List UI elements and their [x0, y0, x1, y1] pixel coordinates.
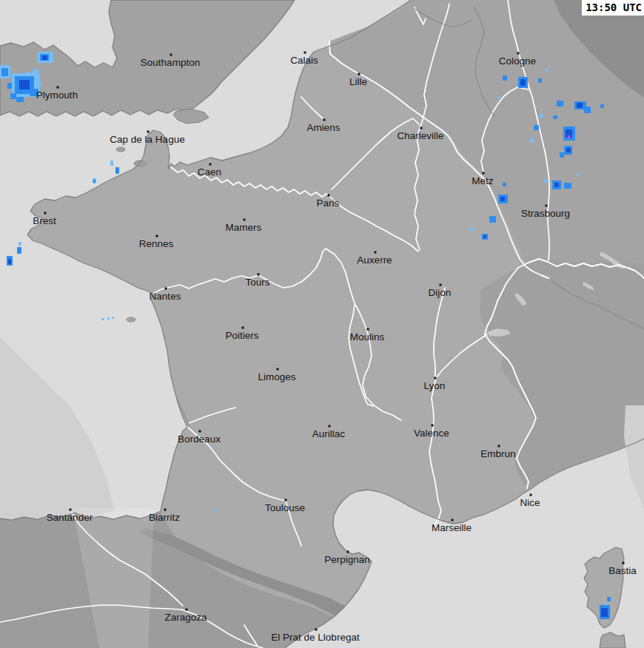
city-label: Aurillac: [312, 428, 346, 439]
city-dot: [156, 235, 158, 237]
city-label: Calais: [290, 55, 318, 66]
precip-cell: [33, 69, 38, 73]
city-label: Santander: [47, 512, 93, 523]
city-dot: [623, 562, 625, 564]
city-dot: [277, 368, 279, 371]
city-dot: [517, 53, 520, 55]
city-dot: [209, 163, 212, 166]
city-label: Bastia: [608, 565, 637, 576]
precip-cell: [112, 317, 114, 319]
city-dot: [328, 195, 330, 197]
city-label: Amiens: [306, 122, 340, 133]
city-dot: [242, 327, 244, 329]
precip-cell: [568, 135, 570, 138]
precip-cell: [520, 79, 526, 86]
city-label: Charleville: [397, 130, 443, 141]
precip-cell: [16, 97, 24, 102]
precip-cell: [503, 183, 506, 186]
city-dot: [358, 73, 360, 75]
city-label: Bordeaux: [178, 433, 221, 445]
precip-cell: [213, 510, 216, 512]
belle-ile-island: [127, 317, 135, 322]
weather-radar-map-svg: SouthamptonPlymouthCalaisLilleCologneAmi…: [0, 0, 644, 648]
precip-cell: [553, 115, 557, 119]
city-dot: [285, 499, 287, 502]
precip-cell: [17, 247, 21, 254]
city-label: Caen: [198, 166, 221, 178]
precip-cell: [10, 93, 16, 99]
city-dot: [199, 431, 201, 433]
city-label: Dijon: [429, 287, 452, 298]
city-dot: [367, 328, 369, 331]
precip-cell: [557, 101, 563, 107]
city-dot: [420, 127, 423, 129]
precip-cell: [600, 104, 604, 108]
precip-cell: [26, 72, 30, 75]
city-label: Moulins: [350, 331, 385, 342]
precip-cell: [607, 597, 611, 601]
city-label: Perpignan: [324, 554, 370, 565]
city-dot: [432, 425, 434, 427]
city-dot: [70, 509, 72, 511]
city-label: Nantes: [150, 291, 181, 302]
city-dot: [329, 425, 331, 428]
city-dot: [304, 52, 306, 54]
city-dot: [315, 629, 318, 631]
city-label: Paris: [317, 198, 340, 209]
city-dot: [440, 284, 442, 286]
city-dot: [498, 445, 500, 448]
city-label: Valence: [414, 428, 449, 439]
precip-cell: [540, 114, 543, 118]
city-dot: [170, 54, 172, 56]
city-label: Southampton: [141, 57, 200, 68]
precip-cell: [564, 183, 571, 189]
city-dot: [435, 377, 437, 379]
precip-cell: [19, 80, 30, 90]
precip-cell: [560, 152, 564, 158]
precip-cell: [93, 180, 95, 183]
city-label: Strasbourg: [521, 208, 570, 219]
precip-cell: [546, 68, 549, 71]
city-label: Rennes: [139, 238, 174, 249]
precip-cell: [107, 317, 110, 320]
precip-cell: [489, 216, 496, 223]
precip-cell: [1, 68, 8, 76]
city-label: Nice: [520, 497, 540, 508]
city-label: Cap de la Hague: [110, 134, 184, 145]
precip-cell: [19, 242, 21, 246]
precip-cell: [101, 318, 104, 320]
precip-cell: [42, 55, 47, 60]
city-label: Biarritz: [149, 512, 180, 523]
precip-cell: [530, 138, 534, 143]
city-dot: [244, 219, 246, 221]
precip-cell: [500, 197, 505, 201]
precip-cell: [554, 183, 559, 187]
precip-cell: [577, 103, 583, 108]
precip-cell: [538, 78, 542, 83]
precip-cell: [8, 259, 11, 264]
precip-cell: [605, 602, 608, 605]
city-dot: [347, 551, 349, 553]
city-label: Plymouth: [36, 90, 78, 101]
city-label: Toulouse: [265, 502, 305, 513]
precip-cell: [110, 161, 113, 166]
city-dot: [530, 494, 532, 496]
city-label: El Prat de Llobregat: [271, 632, 360, 643]
city-dot: [375, 252, 377, 254]
city-dot: [57, 87, 59, 89]
city-label: Auxerre: [357, 254, 392, 266]
city-dot: [483, 172, 485, 175]
city-label: Poitiers: [225, 330, 258, 341]
precip-cell: [577, 173, 580, 176]
city-dot: [186, 609, 188, 611]
city-label: Limoges: [258, 371, 295, 382]
precip-cell: [115, 167, 119, 174]
city-label: Embrun: [480, 448, 515, 459]
precip-cell: [566, 148, 571, 152]
city-dot: [44, 212, 47, 215]
precip-cell: [503, 75, 507, 81]
city-label: Cologne: [499, 55, 536, 67]
city-label: Tours: [245, 277, 269, 288]
city-dot: [164, 509, 167, 511]
timestamp-badge: 13:50 UTC: [582, 0, 644, 16]
